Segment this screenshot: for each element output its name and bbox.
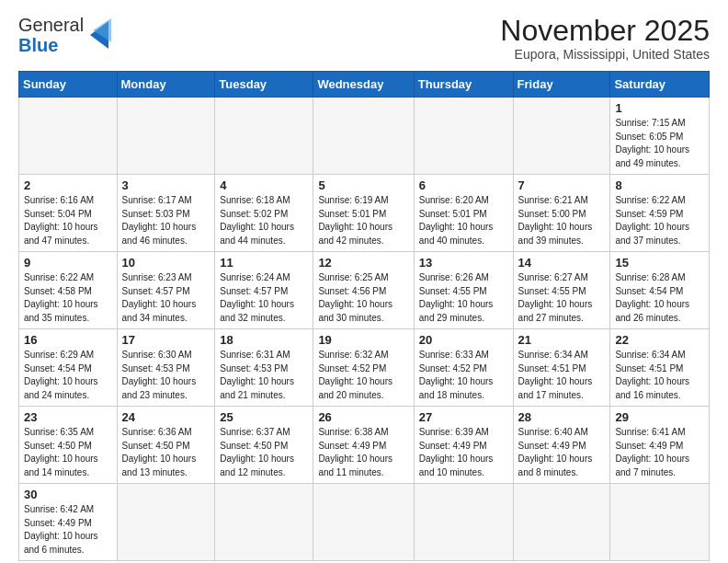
day-info: Sunrise: 6:29 AM Sunset: 4:54 PM Dayligh… [24,349,112,402]
day-info: Sunrise: 6:27 AM Sunset: 4:55 PM Dayligh… [518,271,606,325]
day-info: Sunrise: 6:20 AM Sunset: 5:01 PM Dayligh… [419,194,508,247]
day-number: 19 [318,333,408,347]
day-info: Sunrise: 6:22 AM Sunset: 4:58 PM Dayligh… [24,271,112,325]
day-info: Sunrise: 6:24 AM Sunset: 4:57 PM Dayligh… [220,271,308,325]
day-info: Sunrise: 6:25 AM Sunset: 4:56 PM Dayligh… [318,271,408,325]
calendar-cell: 13Sunrise: 6:26 AM Sunset: 4:55 PM Dayli… [414,252,513,329]
day-number: 20 [419,333,508,347]
calendar-cell [513,484,610,561]
day-info: Sunrise: 6:28 AM Sunset: 4:54 PM Dayligh… [615,271,704,325]
calendar-cell: 11Sunrise: 6:24 AM Sunset: 4:57 PM Dayli… [215,252,313,329]
calendar-week-3: 9Sunrise: 6:22 AM Sunset: 4:58 PM Daylig… [19,252,710,329]
day-number: 7 [518,178,606,192]
calendar-cell: 9Sunrise: 6:22 AM Sunset: 4:58 PM Daylig… [19,252,118,329]
calendar-cell: 1Sunrise: 7:15 AM Sunset: 6:05 PM Daylig… [610,98,710,175]
day-number: 4 [220,178,308,192]
day-number: 13 [419,256,508,270]
calendar-week-5: 23Sunrise: 6:35 AM Sunset: 4:50 PM Dayli… [19,407,710,484]
calendar-cell: 2Sunrise: 6:16 AM Sunset: 5:04 PM Daylig… [19,175,118,252]
calendar-cell: 19Sunrise: 6:32 AM Sunset: 4:52 PM Dayli… [313,329,414,407]
calendar-cell [313,98,414,175]
calendar-cell [313,484,414,561]
calendar-cell: 5Sunrise: 6:19 AM Sunset: 5:01 PM Daylig… [313,175,414,252]
day-number: 1 [615,101,704,115]
calendar-cell: 24Sunrise: 6:36 AM Sunset: 4:50 PM Dayli… [117,407,215,484]
location: Eupora, Mississippi, United States [500,47,710,62]
day-number: 14 [518,256,606,270]
day-number: 28 [518,410,606,424]
calendar-header-row: Sunday Monday Tuesday Wednesday Thursday… [19,72,710,98]
page: General Blue November 2025 Eupora, Missi… [0,0,728,563]
day-number: 22 [615,333,704,347]
calendar-cell: 10Sunrise: 6:23 AM Sunset: 4:57 PM Dayli… [117,252,215,329]
calendar-cell: 20Sunrise: 6:33 AM Sunset: 4:52 PM Dayli… [414,329,513,407]
calendar-cell: 28Sunrise: 6:40 AM Sunset: 4:49 PM Dayli… [513,407,610,484]
calendar-week-6: 30Sunrise: 6:42 AM Sunset: 4:49 PM Dayli… [19,484,710,561]
day-info: Sunrise: 6:36 AM Sunset: 4:50 PM Dayligh… [122,426,210,479]
day-number: 12 [318,256,408,270]
day-number: 3 [122,178,210,192]
day-info: Sunrise: 6:42 AM Sunset: 4:49 PM Dayligh… [24,503,112,557]
day-number: 23 [24,410,112,424]
day-info: Sunrise: 6:16 AM Sunset: 5:04 PM Dayligh… [24,194,112,247]
col-friday: Friday [513,72,610,98]
calendar-cell: 18Sunrise: 6:31 AM Sunset: 4:53 PM Dayli… [215,329,313,407]
calendar-cell: 21Sunrise: 6:34 AM Sunset: 4:51 PM Dayli… [513,329,610,407]
day-info: Sunrise: 6:32 AM Sunset: 4:52 PM Dayligh… [318,349,408,402]
day-number: 5 [318,178,408,192]
calendar-week-4: 16Sunrise: 6:29 AM Sunset: 4:54 PM Dayli… [19,329,710,407]
day-info: Sunrise: 6:17 AM Sunset: 5:03 PM Dayligh… [122,194,210,247]
col-sunday: Sunday [19,72,118,98]
col-monday: Monday [117,72,215,98]
day-number: 15 [615,256,704,270]
day-info: Sunrise: 6:18 AM Sunset: 5:02 PM Dayligh… [220,194,308,247]
day-number: 27 [419,410,508,424]
day-info: Sunrise: 6:35 AM Sunset: 4:50 PM Dayligh… [24,426,112,479]
calendar-cell: 16Sunrise: 6:29 AM Sunset: 4:54 PM Dayli… [19,329,118,407]
calendar-cell [117,484,215,561]
logo: General Blue [18,15,113,55]
day-number: 16 [24,333,112,347]
day-number: 6 [419,178,508,192]
calendar-cell: 27Sunrise: 6:39 AM Sunset: 4:49 PM Dayli… [414,407,513,484]
day-info: Sunrise: 6:37 AM Sunset: 4:50 PM Dayligh… [220,426,308,479]
logo-wordmark: General Blue [18,15,84,55]
day-info: Sunrise: 6:39 AM Sunset: 4:49 PM Dayligh… [419,426,508,479]
calendar-cell: 23Sunrise: 6:35 AM Sunset: 4:50 PM Dayli… [19,407,118,484]
calendar-week-2: 2Sunrise: 6:16 AM Sunset: 5:04 PM Daylig… [19,175,710,252]
day-number: 21 [518,333,606,347]
calendar-cell: 6Sunrise: 6:20 AM Sunset: 5:01 PM Daylig… [414,175,513,252]
day-number: 8 [615,178,704,192]
col-tuesday: Tuesday [215,72,313,98]
calendar-cell: 25Sunrise: 6:37 AM Sunset: 4:50 PM Dayli… [215,407,313,484]
calendar-cell: 14Sunrise: 6:27 AM Sunset: 4:55 PM Dayli… [513,252,610,329]
header: General Blue November 2025 Eupora, Missi… [18,15,710,62]
day-info: Sunrise: 6:21 AM Sunset: 5:00 PM Dayligh… [518,194,606,247]
calendar-cell: 3Sunrise: 6:17 AM Sunset: 5:03 PM Daylig… [117,175,215,252]
calendar-cell: 12Sunrise: 6:25 AM Sunset: 4:56 PM Dayli… [313,252,414,329]
calendar: Sunday Monday Tuesday Wednesday Thursday… [18,71,710,561]
day-number: 25 [220,410,308,424]
day-info: Sunrise: 7:15 AM Sunset: 6:05 PM Dayligh… [615,117,704,170]
calendar-cell: 22Sunrise: 6:34 AM Sunset: 4:51 PM Dayli… [610,329,710,407]
title-block: November 2025 Eupora, Mississippi, Unite… [500,15,710,62]
day-info: Sunrise: 6:34 AM Sunset: 4:51 PM Dayligh… [518,349,606,402]
calendar-cell [513,98,610,175]
calendar-cell: 29Sunrise: 6:41 AM Sunset: 4:49 PM Dayli… [610,407,710,484]
calendar-cell [610,484,710,561]
calendar-cell: 26Sunrise: 6:38 AM Sunset: 4:49 PM Dayli… [313,407,414,484]
calendar-cell: 7Sunrise: 6:21 AM Sunset: 5:00 PM Daylig… [513,175,610,252]
day-number: 2 [24,178,112,192]
day-info: Sunrise: 6:30 AM Sunset: 4:53 PM Dayligh… [122,349,210,402]
col-saturday: Saturday [610,72,710,98]
day-number: 17 [122,333,210,347]
day-number: 24 [122,410,210,424]
calendar-cell: 30Sunrise: 6:42 AM Sunset: 4:49 PM Dayli… [19,484,118,561]
day-number: 11 [220,256,308,270]
logo-icon [85,17,113,53]
day-info: Sunrise: 6:23 AM Sunset: 4:57 PM Dayligh… [122,271,210,325]
calendar-cell: 17Sunrise: 6:30 AM Sunset: 4:53 PM Dayli… [117,329,215,407]
day-number: 29 [615,410,704,424]
day-info: Sunrise: 6:41 AM Sunset: 4:49 PM Dayligh… [615,426,704,479]
calendar-cell: 15Sunrise: 6:28 AM Sunset: 4:54 PM Dayli… [610,252,710,329]
